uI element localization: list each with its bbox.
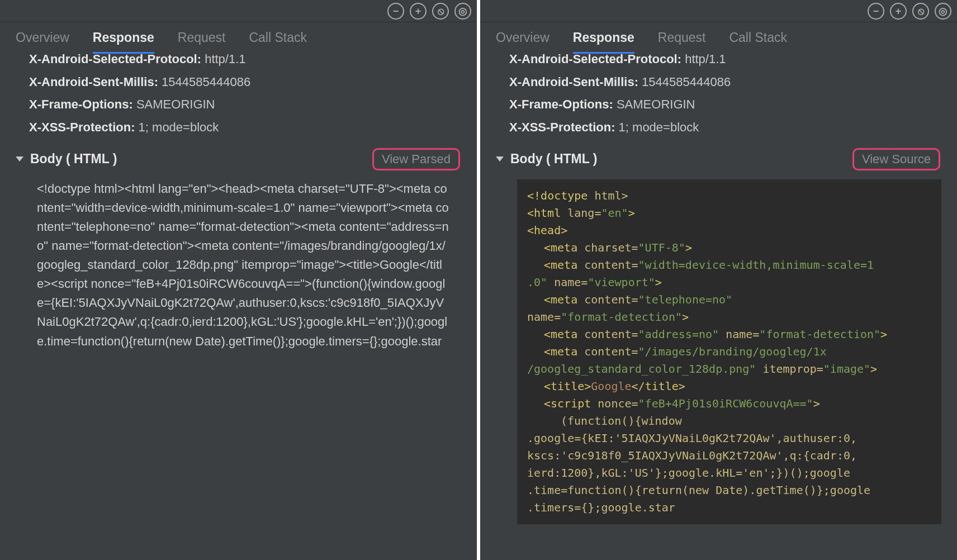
circle-slash-icon[interactable]: ⦸ [912,3,929,20]
left-pane: − + ⦸ ◎ Overview Response Request Call S… [0,0,477,560]
tab-overview[interactable]: Overview [496,30,549,54]
disclosure-triangle-icon[interactable] [16,156,23,162]
header-value: 1; mode=block [139,120,219,134]
code-token: > [880,328,887,341]
code-token: .time=function(){return(new Date).getTim… [527,483,870,497]
right-pane: − + ⦸ ◎ Overview Response Request Call S… [480,0,957,560]
code-token: .0" [527,276,554,289]
code-token: (function(){window [561,414,682,428]
code-token: <meta [544,345,584,358]
code-token: > [685,241,692,254]
code-token: <! [527,189,541,202]
code-token: content= [584,293,638,306]
code-token: content= [584,258,638,272]
body-parsed-code: <!doctype html> <html lang="en"> <head> … [517,179,941,524]
header-key: X-Android-Selected-Protocol: [29,54,201,66]
code-token: name= [726,328,759,341]
code-token: "/images/branding/googleg/1x [638,345,827,358]
code-token: "address=no" [638,328,726,341]
minus-icon[interactable]: − [868,3,884,20]
code-token: "format-detection" [759,328,880,341]
headers-list: X-Android-Selected-Protocol: http/1.1 X-… [6,54,471,145]
code-token: "width=device-width,minimum-scale=1 [638,258,874,272]
code-token: name= [527,310,561,324]
code-token: "format-detection" [561,310,682,324]
header-key: X-Android-Selected-Protocol: [509,54,681,66]
code-token: > [870,362,877,376]
code-token: itemprop= [762,362,823,376]
code-token: content= [584,345,638,358]
body-section-header: Body ( HTML ) View Source [486,145,951,174]
code-token: doctype [541,189,588,202]
disclosure-triangle-icon[interactable] [496,156,504,162]
body-title: Body ( HTML ) [510,151,597,167]
header-value: http/1.1 [205,54,245,66]
code-token: <head> [527,224,567,237]
code-token: nonce= [598,397,638,410]
header-value: http/1.1 [685,54,726,66]
toolbar: − + ⦸ ◎ [0,0,477,22]
code-token: .timers={};google.star [527,501,675,514]
code-token: > [655,276,662,289]
code-token: "feB+4Pj01s0iRCW6couvqA==" [638,397,813,410]
code-token: <meta [544,258,584,272]
view-source-button[interactable]: View Source [852,148,940,170]
tab-callstack[interactable]: Call Stack [729,30,787,54]
code-token: <meta [544,293,584,306]
code-token: ierd:1200},kGL:'US'};google.kHL='en';})(… [527,466,850,480]
target-icon[interactable]: ◎ [454,3,471,20]
tab-bar: Overview Response Request Call Stack [480,22,957,54]
code-token: <meta [544,241,584,254]
code-token: "viewport" [588,276,655,289]
tab-bar: Overview Response Request Call Stack [0,22,477,54]
tab-response[interactable]: Response [573,30,634,54]
code-token: <title> [544,379,591,393]
code-token: <script [544,397,598,410]
tab-request[interactable]: Request [178,30,226,54]
code-token: "image" [823,362,870,376]
code-token: "UTF-8" [638,241,685,254]
code-token: .google={kEI:'5IAQXJyVNaiL0gK2t72QAw',au… [527,431,857,445]
code-token: "en" [601,206,628,220]
code-token: content= [584,328,638,341]
header-key: X-Android-Sent-Millis: [29,75,158,89]
body-section-header: Body ( HTML ) View Parsed [6,145,471,174]
body-title: Body ( HTML ) [30,151,117,167]
minus-icon[interactable]: − [387,3,404,20]
header-value: 1; mode=block [619,120,699,134]
header-value: 1544585444086 [162,75,250,89]
code-token: name= [554,276,588,289]
header-value: 1544585444086 [642,75,731,89]
code-token: kscs:'c9c918f0_5IAQXJyVNaiL0gK2t72QAw',q… [527,449,857,462]
headers-list: X-Android-Selected-Protocol: http/1.1 X-… [486,54,951,145]
tab-overview[interactable]: Overview [16,30,69,54]
tab-response[interactable]: Response [93,30,154,54]
code-token: </title> [632,379,685,393]
code-token: > [682,310,689,324]
plus-icon[interactable]: + [410,3,427,20]
view-parsed-button[interactable]: View Parsed [372,148,460,170]
header-key: X-XSS-Protection: [29,120,135,134]
header-key: X-Frame-Options: [29,97,133,111]
tab-callstack[interactable]: Call Stack [249,30,307,54]
code-token: /googleg_standard_color_128dp.png" [527,362,762,376]
circle-slash-icon[interactable]: ⦸ [432,3,449,20]
code-token: lang= [567,206,601,220]
code-token: > [628,206,635,220]
body-raw-source: <!doctype html><html lang="en"><head><me… [6,174,471,357]
code-token: > [813,397,820,410]
code-token: "telephone=no" [638,293,733,306]
code-token: Google [591,379,631,393]
code-token: html> [588,189,628,202]
plus-icon[interactable]: + [890,3,907,20]
content-area: X-Android-Selected-Protocol: http/1.1 X-… [480,54,957,560]
toolbar: − + ⦸ ◎ [480,0,957,22]
header-key: X-XSS-Protection: [509,120,615,134]
header-value: SAMEORIGIN [617,97,695,111]
header-key: X-Frame-Options: [509,97,613,111]
target-icon[interactable]: ◎ [935,3,951,20]
header-value: SAMEORIGIN [136,97,215,111]
tab-request[interactable]: Request [658,30,706,54]
code-token: charset= [584,241,638,254]
header-key: X-Android-Sent-Millis: [509,75,638,89]
